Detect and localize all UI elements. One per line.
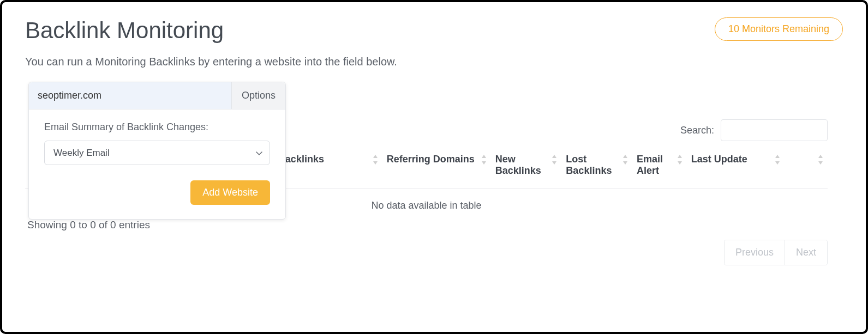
page-frame: Backlink Monitoring 10 Monitors Remainin… (0, 0, 868, 334)
previous-button[interactable]: Previous (725, 240, 785, 265)
column-last-update[interactable]: Last Update (687, 145, 785, 189)
monitors-remaining-badge: 10 Monitors Remaining (715, 17, 843, 41)
header-row: Backlink Monitoring 10 Monitors Remainin… (25, 17, 843, 44)
options-button[interactable]: Options (231, 82, 285, 109)
column-backlinks[interactable]: Backlinks (274, 145, 382, 189)
sort-icon (372, 155, 379, 165)
sort-icon (774, 155, 781, 165)
email-summary-label: Email Summary of Backlink Changes: (44, 122, 270, 133)
column-label: New Backlinks (495, 154, 541, 176)
website-input-wrap (29, 82, 231, 109)
column-actions[interactable] (785, 145, 828, 189)
sort-icon (817, 155, 824, 165)
column-label: Last Update (691, 154, 747, 165)
sort-icon (676, 155, 684, 165)
column-label: Lost Backlinks (566, 154, 612, 176)
column-email-alert[interactable]: Email Alert (632, 145, 687, 189)
add-website-button[interactable]: Add Website (190, 180, 270, 205)
column-new-backlinks[interactable]: New Backlinks (491, 145, 562, 189)
table-info-text: Showing 0 to 0 of 0 entries (27, 219, 150, 231)
column-label: Email Alert (637, 154, 663, 176)
popover-header: Options (29, 82, 285, 110)
search-label: Search: (680, 125, 714, 136)
search-toolbar: Search: (680, 119, 828, 141)
add-website-popover: Options Email Summary of Backlink Change… (28, 82, 286, 220)
sort-icon (621, 155, 629, 165)
column-lost-backlinks[interactable]: Lost Backlinks (561, 145, 632, 189)
search-input[interactable] (721, 119, 828, 141)
popover-actions: Add Website (44, 180, 270, 205)
website-url-input[interactable] (29, 82, 231, 109)
email-frequency-select[interactable]: Weekly Email (44, 141, 270, 165)
pagination: Previous Next (724, 240, 828, 265)
email-frequency-select-wrap: Weekly Email (44, 141, 270, 165)
sort-icon (550, 155, 558, 165)
sort-icon (480, 155, 488, 165)
column-referring-domains[interactable]: Referring Domains (382, 145, 491, 189)
column-label: Referring Domains (387, 154, 475, 165)
page-title: Backlink Monitoring (25, 17, 224, 44)
page-subtitle: You can run a Monitoring Backlinks by en… (25, 56, 843, 68)
popover-body: Email Summary of Backlink Changes: Weekl… (29, 110, 285, 219)
next-button[interactable]: Next (785, 240, 827, 265)
